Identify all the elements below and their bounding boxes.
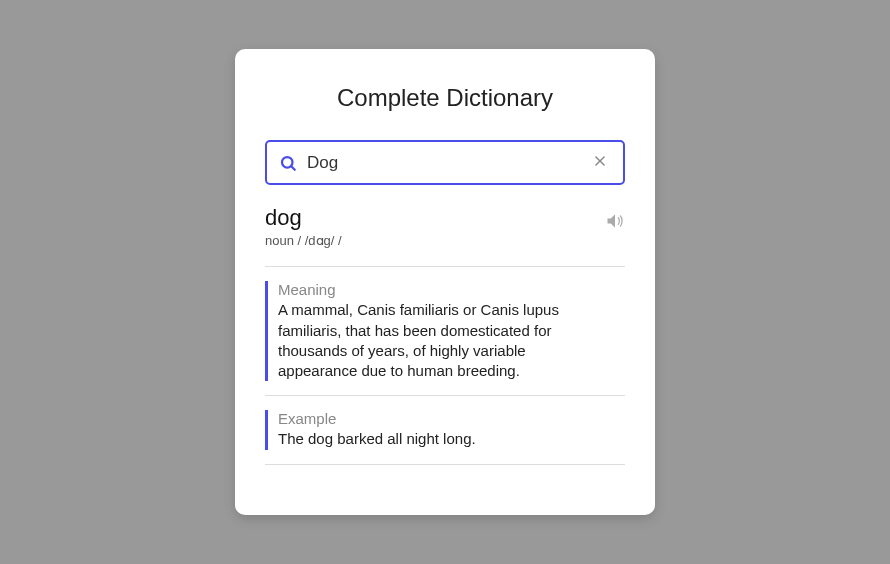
divider — [265, 464, 625, 465]
example-label: Example — [278, 410, 625, 427]
app-title: Complete Dictionary — [265, 84, 625, 112]
example-section: Example The dog barked all night long. — [265, 395, 625, 463]
clear-button[interactable] — [589, 152, 611, 173]
word-info: dog noun / /dɑg/ / — [265, 205, 605, 248]
word: dog — [265, 205, 605, 231]
example-text: The dog barked all night long. — [278, 429, 578, 449]
word-header: dog noun / /dɑg/ / — [265, 205, 625, 248]
pronounce-button[interactable] — [605, 211, 625, 234]
svg-line-1 — [291, 166, 294, 169]
speaker-icon — [605, 219, 625, 234]
meaning-text: A mammal, Canis familiaris or Canis lupu… — [278, 300, 578, 381]
close-icon — [593, 152, 607, 173]
search-box[interactable] — [265, 140, 625, 185]
dictionary-card: Complete Dictionary dog noun / /dɑg/ / — [235, 49, 655, 514]
meaning-label: Meaning — [278, 281, 625, 298]
search-icon — [279, 154, 297, 172]
search-input[interactable] — [307, 153, 589, 173]
part-of-speech: noun / /dɑg/ / — [265, 233, 605, 248]
meaning-section: Meaning A mammal, Canis familiaris or Ca… — [265, 266, 625, 395]
